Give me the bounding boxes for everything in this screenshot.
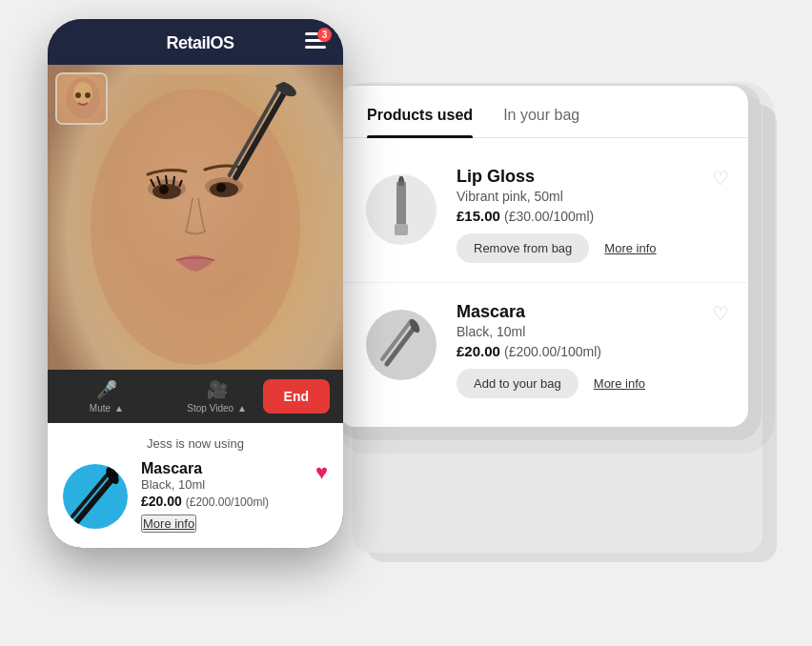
more-info-button-lipgloss[interactable]: More info bbox=[604, 241, 656, 255]
remove-from-bag-button[interactable]: Remove from bag bbox=[457, 233, 589, 263]
panel-tabs: Products used In your bag bbox=[338, 86, 748, 138]
camera-icon: 🎥 bbox=[207, 379, 228, 400]
product-actions-mascara: Add to your bag More info bbox=[457, 369, 723, 398]
svg-point-27 bbox=[75, 92, 81, 98]
now-using-more-info-button[interactable]: More info bbox=[141, 515, 196, 533]
now-using-section: Jess is now using Mascara Black, 10ml bbox=[48, 423, 343, 548]
product-variant-mascara: Black, 10ml bbox=[457, 324, 723, 339]
app-logo: RetailOS bbox=[166, 33, 233, 53]
product-name-lipgloss: Lip Gloss bbox=[457, 167, 723, 187]
svg-line-20 bbox=[173, 176, 174, 185]
svg-point-16 bbox=[216, 183, 226, 192]
stop-video-button[interactable]: 🎥 Stop Video ▲ bbox=[172, 379, 263, 414]
svg-rect-1 bbox=[395, 224, 408, 235]
product-variant-lipgloss: Vibrant pink, 50ml bbox=[457, 189, 723, 204]
phone-header: RetailOS 3 bbox=[48, 19, 343, 65]
add-to-bag-button[interactable]: Add to your bag bbox=[457, 369, 579, 398]
now-using-details: Mascara Black, 10ml £20.00 (£200.00/100m… bbox=[141, 460, 328, 533]
mute-button[interactable]: 🎤 Mute ▲ bbox=[61, 379, 152, 414]
mute-label: Mute bbox=[90, 403, 111, 414]
svg-point-28 bbox=[85, 92, 91, 98]
phone-mockup: RetailOS 3 bbox=[48, 19, 343, 548]
product-actions-lipgloss: Remove from bag More info bbox=[457, 233, 723, 263]
now-using-label: Jess is now using bbox=[63, 436, 328, 451]
svg-line-19 bbox=[166, 175, 167, 184]
product-price-lipgloss: £15.00 (£30.00/100ml) bbox=[457, 208, 723, 224]
product-image-mascara bbox=[363, 302, 439, 388]
product-list: Lip Gloss Vibrant pink, 50ml £15.00 (£30… bbox=[338, 138, 748, 427]
svg-rect-0 bbox=[396, 181, 406, 229]
table-row: Lip Gloss Vibrant pink, 50ml £15.00 (£30… bbox=[338, 148, 748, 283]
notification-badge: 3 bbox=[317, 28, 332, 42]
favorite-icon-now-using[interactable]: ♥ bbox=[315, 460, 328, 485]
product-image-lipgloss bbox=[363, 167, 439, 252]
tab-products-used[interactable]: Products used bbox=[367, 107, 473, 137]
now-using-product-name: Mascara bbox=[141, 460, 328, 477]
favorite-icon-mascara[interactable]: ♡ bbox=[712, 302, 729, 325]
product-panel: Products used In your bag bbox=[338, 86, 748, 427]
microphone-icon: 🎤 bbox=[96, 379, 117, 400]
chevron-icon-video: ▲ bbox=[237, 403, 247, 414]
end-call-button[interactable]: End bbox=[263, 379, 330, 414]
now-using-product: Mascara Black, 10ml £20.00 (£200.00/100m… bbox=[63, 460, 328, 533]
avatar-thumbnail[interactable] bbox=[55, 72, 108, 125]
now-using-product-variant: Black, 10ml bbox=[141, 477, 328, 492]
product-price-mascara: £20.00 (£200.00/100ml) bbox=[457, 343, 723, 359]
svg-rect-3 bbox=[399, 176, 403, 181]
product-name-mascara: Mascara bbox=[457, 302, 723, 322]
product-details-mascara: Mascara Black, 10ml £20.00 (£200.00/100m… bbox=[457, 302, 723, 398]
more-info-button-mascara[interactable]: More info bbox=[594, 376, 645, 391]
menu-icon[interactable]: 3 bbox=[305, 32, 326, 53]
table-row: Mascara Black, 10ml £20.00 (£200.00/100m… bbox=[338, 283, 748, 417]
stop-video-label: Stop Video bbox=[187, 403, 233, 414]
call-controls: 🎤 Mute ▲ 🎥 Stop Video ▲ End bbox=[48, 370, 343, 423]
now-using-product-image bbox=[63, 464, 128, 529]
svg-point-15 bbox=[159, 185, 169, 194]
svg-line-30 bbox=[72, 471, 111, 516]
now-using-product-price: £20.00 (£200.00/100ml) bbox=[141, 494, 328, 509]
chevron-icon-mute: ▲ bbox=[114, 403, 124, 414]
tab-in-your-bag[interactable]: In your bag bbox=[503, 107, 579, 137]
svg-line-29 bbox=[77, 475, 115, 521]
svg-rect-9 bbox=[305, 46, 326, 49]
product-details-lipgloss: Lip Gloss Vibrant pink, 50ml £15.00 (£30… bbox=[457, 167, 723, 263]
phone: RetailOS 3 bbox=[48, 19, 343, 548]
favorite-icon-lipgloss[interactable]: ♡ bbox=[712, 167, 729, 190]
video-feed bbox=[48, 65, 343, 370]
